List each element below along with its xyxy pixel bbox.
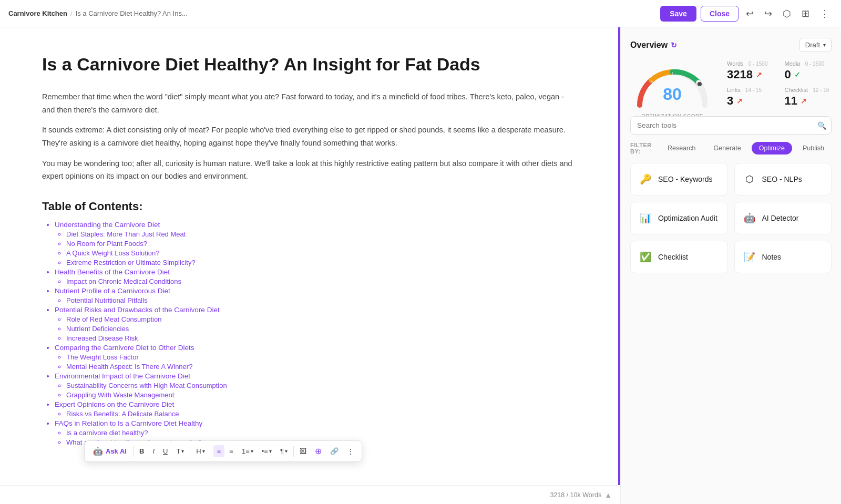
filter-tab-research[interactable]: Research bbox=[660, 142, 703, 155]
tool-card-checklist[interactable]: ✅ Checklist bbox=[630, 241, 728, 273]
toc-item[interactable]: Understanding the Carnivore DietDiet Sta… bbox=[55, 221, 576, 266]
save-button[interactable]: Save bbox=[660, 6, 696, 22]
ask-ai-label: Ask AI bbox=[106, 447, 127, 455]
text-style-chevron: ▾ bbox=[181, 448, 184, 454]
redo-button[interactable]: ↪ bbox=[761, 6, 775, 22]
notes-label: Notes bbox=[762, 253, 782, 261]
checklist-icon: ✅ bbox=[638, 250, 653, 264]
toc-sub-item[interactable]: Extreme Restriction or Ultimate Simplici… bbox=[66, 259, 576, 266]
align-center-button[interactable]: ≡ bbox=[225, 445, 237, 457]
toc-sub-item[interactable]: Mental Health Aspect: Is There A Winner? bbox=[66, 363, 576, 371]
gauge-container: 80 OPTIMIZATION SCORE bbox=[630, 60, 714, 108]
draft-chevron: ▾ bbox=[823, 42, 826, 48]
links-value: 3 bbox=[727, 94, 733, 108]
toc-item[interactable]: Potential Risks and Drawbacks of the Car… bbox=[55, 306, 576, 342]
tool-card-ai-detector[interactable]: 🤖 AI Detector bbox=[734, 202, 832, 234]
ordered-list-chevron: ▾ bbox=[251, 448, 253, 454]
paragraph-3[interactable]: You may be wondering too; after all, cur… bbox=[42, 157, 576, 183]
editor-area[interactable]: Is a Carnivore Diet Healthy? An Insight … bbox=[0, 27, 618, 504]
align-left-button[interactable]: ≡ bbox=[213, 445, 225, 457]
paragraph-2[interactable]: It sounds extreme: A diet consisting onl… bbox=[42, 124, 576, 149]
toc-sub-item[interactable]: The Weight Loss Factor bbox=[66, 353, 576, 361]
toc-sub-item[interactable]: Sustainability Concerns with High Meat C… bbox=[66, 382, 576, 389]
topbar-actions: Save Close ↩ ↪ ⬡ ⊞ ⋮ bbox=[660, 6, 833, 22]
undo-button[interactable]: ↩ bbox=[743, 6, 757, 22]
heading-button[interactable]: H ▾ bbox=[192, 445, 208, 457]
toc-sub-item[interactable]: Increased Disease Risk bbox=[66, 334, 576, 342]
toc-item[interactable]: Comparing the Carnivore Diet to Other Di… bbox=[55, 344, 576, 371]
article-title[interactable]: Is a Carnivore Diet Healthy? An Insight … bbox=[42, 53, 576, 76]
toc-list: Understanding the Carnivore DietDiet Sta… bbox=[42, 221, 576, 446]
italic-button[interactable]: I bbox=[149, 445, 158, 457]
tool-card-seo-nlps[interactable]: ⬡ SEO - NLPs bbox=[734, 163, 832, 196]
stat-checklist: Checklist 12 - 16 11 ↗ bbox=[785, 87, 832, 108]
more-toolbar-button[interactable]: ⋮ bbox=[343, 445, 357, 457]
toc-sub-item[interactable]: Grappling With Waste Management bbox=[66, 391, 576, 399]
toc-sub-list: Potential Nutritional Pitfalls bbox=[55, 296, 576, 304]
toc-sub-item[interactable]: Impact on Chronic Medical Conditions bbox=[66, 277, 576, 285]
toc-sub-item[interactable]: Is a carnivore diet healthy? bbox=[66, 429, 576, 437]
search-tools-input[interactable] bbox=[630, 116, 832, 135]
filter-tab-generate[interactable]: Generate bbox=[706, 142, 748, 155]
media-range: 0 - 1500 bbox=[805, 61, 825, 67]
toc-sub-item[interactable]: Risks vs Benefits: A Delicate Balance bbox=[66, 410, 576, 418]
toc-sub-item[interactable]: Role of Red Meat Consumption bbox=[66, 315, 576, 323]
checklist-label: Checklist 12 - 16 bbox=[785, 87, 832, 93]
toc-sub-item[interactable]: Nutrient Deficiencies bbox=[66, 325, 576, 333]
insert-icon: ⊕ bbox=[315, 446, 322, 456]
tool-card-notes[interactable]: 📝 Notes bbox=[734, 241, 832, 273]
words-range: 0 - 1500 bbox=[748, 61, 768, 67]
external-link-button[interactable]: ⬡ bbox=[780, 6, 794, 22]
image-button[interactable]: 🖼 bbox=[296, 445, 310, 457]
split-view-button[interactable]: ⊞ bbox=[798, 6, 813, 22]
word-count-chevron[interactable]: ▲ bbox=[604, 491, 612, 499]
ask-ai-button[interactable]: 🤖 Ask AI bbox=[89, 445, 131, 458]
toc-sub-list: Risks vs Benefits: A Delicate Balance bbox=[55, 410, 576, 418]
svg-text:80: 80 bbox=[663, 85, 682, 104]
paragraph-1[interactable]: Remember that time when the word "diet" … bbox=[42, 90, 576, 116]
words-value: 3218 bbox=[727, 68, 753, 81]
more-options-button[interactable]: ⋮ bbox=[817, 6, 833, 22]
toc-sub-item[interactable]: Potential Nutritional Pitfalls bbox=[66, 296, 576, 304]
filter-label: FILTER BY: bbox=[630, 142, 655, 155]
toc-item[interactable]: Nutrient Profile of a Carnivorous DietPo… bbox=[55, 287, 576, 304]
link-button[interactable]: 🔗 bbox=[326, 445, 342, 457]
optimization-audit-label: Optimization Audit bbox=[658, 214, 717, 222]
word-count-bar: 3218 / 10k Words ▲ bbox=[0, 485, 620, 504]
toc-sub-list: Diet Staples: More Than Just Red MeatNo … bbox=[55, 230, 576, 266]
ordered-list-button[interactable]: 1≡ ▾ bbox=[238, 445, 257, 457]
underline-icon: U bbox=[163, 447, 168, 455]
search-icon: 🔍 bbox=[817, 121, 826, 130]
toc-item[interactable]: Environmental Impact of the Carnivore Di… bbox=[55, 372, 576, 399]
overview-header: Overview ↻ Draft ▾ bbox=[630, 38, 832, 52]
seo-keywords-label: SEO - Keywords bbox=[658, 175, 712, 183]
toc-sub-item[interactable]: A Quick Weight Loss Solution? bbox=[66, 249, 576, 257]
bold-button[interactable]: B bbox=[136, 445, 148, 457]
insert-button[interactable]: ⊕ bbox=[311, 444, 325, 458]
checklist-value-row: 11 ↗ bbox=[785, 94, 832, 108]
close-button[interactable]: Close bbox=[701, 6, 739, 22]
image-icon: 🖼 bbox=[300, 447, 306, 455]
toc-sub-item[interactable]: Diet Staples: More Than Just Red Meat bbox=[66, 230, 576, 238]
unordered-list-icon: •≡ bbox=[262, 447, 268, 455]
media-arrow: ✓ bbox=[794, 70, 801, 79]
text-style-icon: T bbox=[176, 447, 180, 455]
words-label: Words 0 - 1500 bbox=[727, 60, 774, 67]
stat-links: Links 14 - 15 3 ↗ bbox=[727, 87, 774, 108]
toc-item[interactable]: Health Benefits of the Carnivore DietImp… bbox=[55, 268, 576, 285]
toc-sub-item[interactable]: No Room for Plant Foods? bbox=[66, 240, 576, 248]
filter-tab-publish[interactable]: Publish bbox=[795, 142, 832, 155]
toc-item[interactable]: Expert Opinions on the Carnivore DietRis… bbox=[55, 400, 576, 418]
paragraph-chevron: ▾ bbox=[285, 448, 288, 454]
paragraph-button[interactable]: ¶ ▾ bbox=[276, 445, 291, 457]
unordered-list-button[interactable]: •≡ ▾ bbox=[258, 445, 275, 457]
draft-select[interactable]: Draft ▾ bbox=[799, 38, 832, 52]
unordered-list-chevron: ▾ bbox=[269, 448, 272, 454]
filter-tab-optimize[interactable]: Optimize bbox=[752, 142, 792, 155]
refresh-icon[interactable]: ↻ bbox=[671, 41, 677, 49]
text-style-button[interactable]: T ▾ bbox=[172, 445, 188, 457]
overview-title-group: Overview ↻ bbox=[630, 40, 677, 50]
underline-button[interactable]: U bbox=[159, 445, 171, 457]
tool-card-seo-keywords[interactable]: 🔑 SEO - Keywords bbox=[630, 163, 728, 196]
tool-card-optimization-audit[interactable]: 📊 Optimization Audit bbox=[630, 202, 728, 234]
